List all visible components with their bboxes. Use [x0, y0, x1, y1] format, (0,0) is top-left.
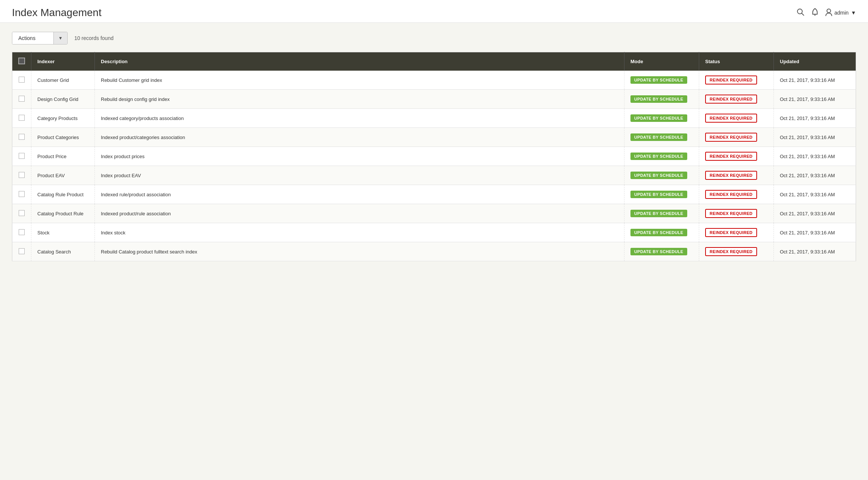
row-mode: UPDATE BY SCHEDULE [624, 71, 699, 90]
notification-icon[interactable] [811, 8, 819, 18]
row-checkbox[interactable] [19, 210, 25, 216]
row-updated: Oct 21, 2017, 9:33:16 AM [774, 166, 856, 185]
mode-badge: UPDATE BY SCHEDULE [630, 191, 687, 198]
table-row: Product EAVIndex product EAVUPDATE BY SC… [12, 166, 856, 185]
row-updated: Oct 21, 2017, 9:33:16 AM [774, 109, 856, 128]
row-checkbox-cell[interactable] [12, 166, 31, 185]
row-checkbox[interactable] [19, 134, 25, 140]
row-checkbox[interactable] [19, 153, 25, 159]
row-description: Indexed product/categories association [95, 128, 624, 147]
table-row: Catalog Product RuleIndexed product/rule… [12, 204, 856, 223]
row-indexer: Product Categories [31, 128, 95, 147]
user-menu[interactable]: admin ▼ [825, 9, 856, 17]
row-mode: UPDATE BY SCHEDULE [624, 242, 699, 261]
status-badge: REINDEX REQUIRED [705, 247, 757, 256]
status-badge: REINDEX REQUIRED [705, 76, 757, 84]
select-all-column[interactable] [12, 52, 31, 71]
row-updated: Oct 21, 2017, 9:33:16 AM [774, 223, 856, 242]
row-checkbox-cell[interactable] [12, 128, 31, 147]
toolbar: Actions ▼ 10 records found [12, 32, 856, 44]
row-updated: Oct 21, 2017, 9:33:16 AM [774, 147, 856, 166]
actions-dropdown[interactable]: Actions ▼ [12, 32, 68, 44]
row-updated: Oct 21, 2017, 9:33:16 AM [774, 204, 856, 223]
row-checkbox[interactable] [19, 77, 25, 83]
row-status: REINDEX REQUIRED [699, 166, 774, 185]
row-indexer: Catalog Product Rule [31, 204, 95, 223]
row-status: REINDEX REQUIRED [699, 242, 774, 261]
row-updated: Oct 21, 2017, 9:33:16 AM [774, 242, 856, 261]
row-mode: UPDATE BY SCHEDULE [624, 109, 699, 128]
row-status: REINDEX REQUIRED [699, 109, 774, 128]
mode-badge: UPDATE BY SCHEDULE [630, 114, 687, 122]
row-checkbox-cell[interactable] [12, 147, 31, 166]
row-checkbox-cell[interactable] [12, 109, 31, 128]
main-content: Actions ▼ 10 records found Indexer Descr… [0, 23, 868, 270]
row-checkbox[interactable] [19, 96, 25, 102]
row-mode: UPDATE BY SCHEDULE [624, 185, 699, 204]
table-row: Product PriceIndex product pricesUPDATE … [12, 147, 856, 166]
row-mode: UPDATE BY SCHEDULE [624, 90, 699, 109]
row-checkbox-cell[interactable] [12, 242, 31, 261]
row-checkbox[interactable] [19, 191, 25, 197]
row-indexer: Catalog Search [31, 242, 95, 261]
col-header-indexer: Indexer [31, 52, 95, 71]
table-row: Catalog Rule ProductIndexed rule/product… [12, 185, 856, 204]
status-badge: REINDEX REQUIRED [705, 152, 757, 161]
status-badge: REINDEX REQUIRED [705, 133, 757, 142]
table-row: Product CategoriesIndexed product/catego… [12, 128, 856, 147]
row-indexer: Catalog Rule Product [31, 185, 95, 204]
page-title: Index Management [12, 7, 102, 19]
row-status: REINDEX REQUIRED [699, 223, 774, 242]
row-updated: Oct 21, 2017, 9:33:16 AM [774, 128, 856, 147]
table-row: Catalog SearchRebuild Catalog product fu… [12, 242, 856, 261]
mode-badge: UPDATE BY SCHEDULE [630, 76, 687, 84]
status-badge: REINDEX REQUIRED [705, 190, 757, 199]
svg-point-3 [815, 15, 816, 16]
mode-badge: UPDATE BY SCHEDULE [630, 172, 687, 179]
col-header-description: Description [95, 52, 624, 71]
table-row: Category ProductsIndexed category/produc… [12, 109, 856, 128]
status-badge: REINDEX REQUIRED [705, 171, 757, 180]
svg-point-4 [827, 9, 831, 13]
row-checkbox[interactable] [19, 248, 25, 254]
row-checkbox-cell[interactable] [12, 185, 31, 204]
records-count: 10 records found [74, 35, 114, 41]
row-updated: Oct 21, 2017, 9:33:16 AM [774, 90, 856, 109]
status-badge: REINDEX REQUIRED [705, 209, 757, 218]
row-description: Rebuild Catalog product fulltext search … [95, 242, 624, 261]
row-description: Rebuild Customer grid index [95, 71, 624, 90]
row-mode: UPDATE BY SCHEDULE [624, 204, 699, 223]
row-description: Indexed category/products association [95, 109, 624, 128]
mode-badge: UPDATE BY SCHEDULE [630, 210, 687, 217]
row-status: REINDEX REQUIRED [699, 185, 774, 204]
row-checkbox[interactable] [19, 229, 25, 235]
table-row: Design Config GridRebuild design config … [12, 90, 856, 109]
actions-label: Actions [12, 32, 53, 44]
search-icon[interactable] [796, 8, 805, 18]
svg-line-1 [802, 13, 804, 15]
row-checkbox[interactable] [19, 115, 25, 121]
row-indexer: Product Price [31, 147, 95, 166]
table-wrapper: Indexer Description Mode Status Updated … [12, 52, 856, 261]
row-description: Index product prices [95, 147, 624, 166]
header-icons: admin ▼ [796, 8, 856, 18]
row-description: Rebuild design config grid index [95, 90, 624, 109]
user-icon [825, 9, 832, 17]
row-checkbox[interactable] [19, 172, 25, 178]
row-mode: UPDATE BY SCHEDULE [624, 147, 699, 166]
row-checkbox-cell[interactable] [12, 204, 31, 223]
row-updated: Oct 21, 2017, 9:33:16 AM [774, 71, 856, 90]
col-header-status: Status [699, 52, 774, 71]
table-header-row: Indexer Description Mode Status Updated [12, 52, 856, 71]
col-header-mode: Mode [624, 52, 699, 71]
select-all-checkbox[interactable] [18, 58, 25, 64]
row-checkbox-cell[interactable] [12, 90, 31, 109]
user-label: admin [834, 10, 849, 16]
mode-badge: UPDATE BY SCHEDULE [630, 229, 687, 236]
row-checkbox-cell[interactable] [12, 71, 31, 90]
row-indexer: Product EAV [31, 166, 95, 185]
index-table: Indexer Description Mode Status Updated … [12, 52, 856, 261]
row-checkbox-cell[interactable] [12, 223, 31, 242]
row-indexer: Customer Grid [31, 71, 95, 90]
row-description: Indexed rule/product association [95, 185, 624, 204]
